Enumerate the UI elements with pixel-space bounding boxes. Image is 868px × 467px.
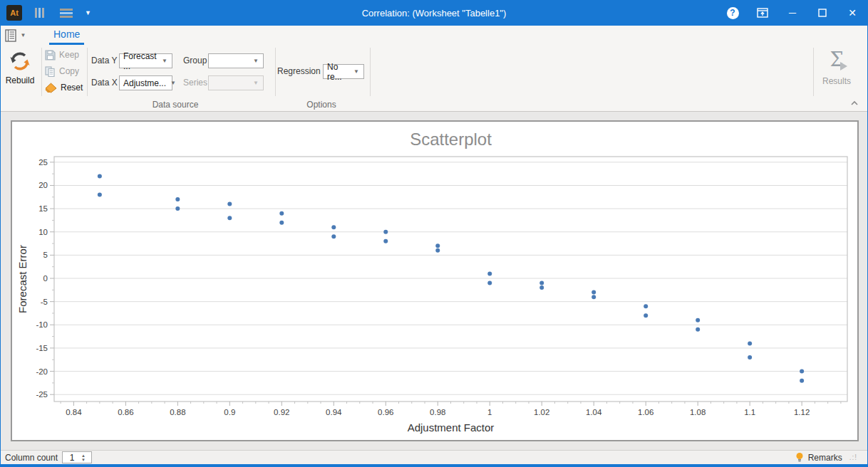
copy-button[interactable]: Copy bbox=[45, 63, 86, 79]
data-y-label: Data Y bbox=[91, 53, 117, 68]
scatter-point[interactable] bbox=[644, 304, 648, 308]
reset-label: Reset bbox=[61, 83, 83, 93]
scatter-point[interactable] bbox=[800, 379, 804, 383]
rebuild-button[interactable]: Rebuild bbox=[3, 46, 37, 98]
minimize-button[interactable]: ─ bbox=[777, 0, 807, 26]
svg-text:Scatterplot: Scatterplot bbox=[410, 130, 492, 149]
svg-text:20: 20 bbox=[38, 181, 48, 189]
titlebar: At ▼ Correlation: (Worksheet "Tabelle1")… bbox=[1, 0, 867, 26]
scatter-point[interactable] bbox=[175, 206, 180, 211]
data-y-value: Forecast ... bbox=[123, 51, 157, 71]
scatter-point[interactable] bbox=[800, 369, 804, 374]
maximize-icon bbox=[818, 9, 827, 17]
scatter-point[interactable] bbox=[331, 234, 336, 238]
scatter-point[interactable] bbox=[435, 248, 440, 253]
group-select[interactable]: ▼ bbox=[208, 53, 264, 68]
scatter-point[interactable] bbox=[487, 271, 492, 276]
copy-icon bbox=[45, 66, 56, 77]
scatter-point[interactable] bbox=[279, 221, 284, 225]
keep-button[interactable]: Keep bbox=[45, 47, 86, 63]
copy-label: Copy bbox=[59, 66, 79, 76]
arrow-right-icon bbox=[840, 62, 847, 70]
svg-text:Forecast Error: Forecast Error bbox=[16, 245, 29, 313]
maximize-button[interactable] bbox=[807, 0, 837, 26]
results-label: Results bbox=[822, 76, 851, 86]
file-menu-icon bbox=[4, 28, 19, 43]
help-icon: ? bbox=[727, 7, 739, 19]
close-button[interactable]: ✕ bbox=[837, 0, 867, 26]
scatter-point[interactable] bbox=[748, 341, 752, 345]
menu-icon[interactable] bbox=[56, 4, 76, 21]
column-count-stepper[interactable]: ▲▼ bbox=[62, 451, 92, 463]
data-x-value: Adjustme... bbox=[123, 78, 166, 88]
app-logo-icon: At bbox=[6, 5, 22, 21]
svg-text:0: 0 bbox=[43, 274, 48, 283]
file-menu-caret-icon: ▼ bbox=[21, 32, 26, 38]
scatter-point[interactable] bbox=[435, 243, 440, 248]
scatter-point[interactable] bbox=[487, 281, 492, 285]
quick-access-dropdown-icon[interactable]: ▼ bbox=[85, 9, 91, 16]
chart-panel[interactable]: Scatterplot2520151050-5-10-15-20-250.840… bbox=[11, 120, 859, 441]
chevron-down-icon: ▼ bbox=[249, 80, 263, 86]
chevron-down-icon: ▼ bbox=[249, 58, 263, 64]
collapse-ribbon-button[interactable] bbox=[850, 100, 859, 108]
svg-text:10: 10 bbox=[38, 228, 48, 236]
ribbon: ▼ Home Rebuild bbox=[1, 26, 867, 112]
lightbulb-icon bbox=[795, 452, 804, 463]
svg-text:-10: -10 bbox=[36, 320, 48, 329]
tab-home[interactable]: Home bbox=[49, 26, 84, 45]
help-button[interactable]: ? bbox=[718, 0, 748, 26]
scatter-point[interactable] bbox=[591, 290, 596, 295]
svg-text:1.12: 1.12 bbox=[794, 408, 810, 416]
reset-button[interactable]: Reset bbox=[45, 80, 86, 95]
group-label: Group bbox=[183, 53, 207, 68]
scatter-point[interactable] bbox=[539, 285, 544, 290]
remarks-label[interactable]: Remarks bbox=[808, 453, 842, 463]
scatter-point[interactable] bbox=[539, 281, 544, 285]
chevron-down-icon: ▼ bbox=[166, 80, 180, 86]
svg-text:-15: -15 bbox=[36, 344, 48, 352]
statusbar: Column count ▲▼ Remarks .:! bbox=[1, 450, 867, 464]
series-select: ▼ bbox=[208, 75, 264, 90]
scatter-point[interactable] bbox=[331, 225, 336, 229]
columns-layout-icon[interactable] bbox=[29, 4, 49, 21]
scatter-point[interactable] bbox=[227, 202, 232, 206]
scatter-point[interactable] bbox=[696, 327, 700, 332]
bar-icon bbox=[35, 8, 37, 18]
chevron-down-icon: ▼ bbox=[349, 68, 363, 75]
data-y-select[interactable]: Forecast ... ▼ bbox=[119, 53, 172, 68]
svg-text:1.04: 1.04 bbox=[586, 408, 602, 416]
ribbon-body: Rebuild Keep Copy bbox=[1, 45, 867, 100]
scatter-point[interactable] bbox=[696, 318, 700, 322]
series-label: Series bbox=[183, 75, 207, 90]
stepper-arrows-icon[interactable]: ▲▼ bbox=[81, 453, 87, 462]
pin-ribbon-button[interactable] bbox=[748, 0, 777, 26]
scatter-point[interactable] bbox=[175, 197, 180, 201]
ribbon-group-labels: Data source Options bbox=[1, 100, 867, 112]
svg-text:Adjustment Factor: Adjustment Factor bbox=[408, 421, 495, 434]
group-label-data-source: Data source bbox=[93, 100, 257, 110]
scatter-point[interactable] bbox=[748, 355, 752, 360]
svg-text:25: 25 bbox=[38, 158, 48, 167]
app-window: At ▼ Correlation: (Worksheet "Tabelle1")… bbox=[0, 0, 868, 467]
svg-text:-20: -20 bbox=[36, 367, 48, 376]
save-icon bbox=[45, 50, 56, 61]
svg-text:15: 15 bbox=[38, 204, 48, 213]
resize-grip[interactable]: .:! bbox=[847, 453, 857, 461]
svg-text:1: 1 bbox=[487, 408, 492, 416]
scatter-point[interactable] bbox=[644, 313, 648, 318]
scatter-point[interactable] bbox=[591, 295, 596, 299]
scatter-point[interactable] bbox=[227, 216, 232, 220]
rebuild-label: Rebuild bbox=[6, 75, 35, 85]
scatter-point[interactable] bbox=[98, 174, 102, 178]
scatter-point[interactable] bbox=[98, 193, 102, 197]
scatter-point[interactable] bbox=[383, 239, 388, 243]
column-count-input[interactable] bbox=[63, 453, 81, 463]
scatter-point[interactable] bbox=[383, 230, 388, 234]
minimize-icon: ─ bbox=[789, 8, 796, 18]
results-button[interactable]: Σ Results bbox=[817, 46, 856, 98]
regression-select[interactable]: No re... ▼ bbox=[323, 64, 364, 79]
file-menu-button[interactable]: ▼ bbox=[1, 26, 29, 45]
data-x-select[interactable]: Adjustme... ▼ bbox=[119, 75, 172, 90]
scatter-point[interactable] bbox=[279, 211, 284, 216]
